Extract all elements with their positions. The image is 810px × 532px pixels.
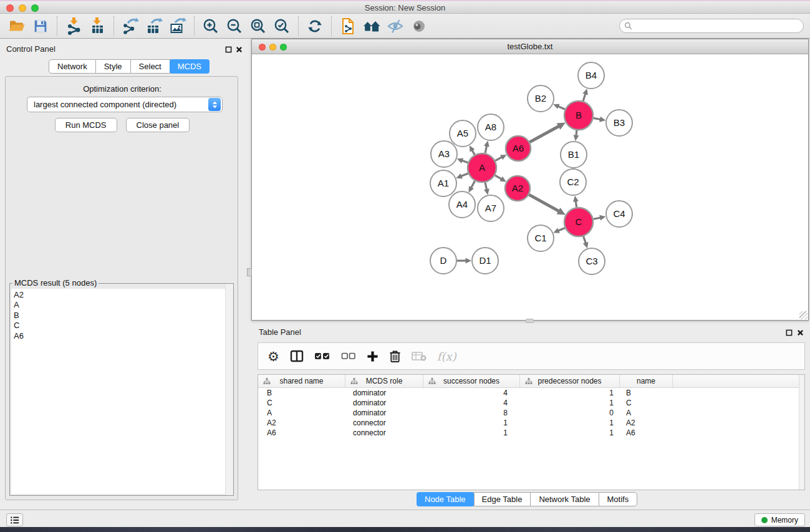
zoom-fit-button[interactable] <box>246 15 270 37</box>
search-icon <box>624 22 632 30</box>
hide-graphics-details-button[interactable] <box>383 15 407 37</box>
column-header-successor-nodes[interactable]: successor nodes <box>423 375 520 387</box>
mcds-result-item[interactable]: A6 <box>14 331 232 341</box>
edge-B-B1[interactable] <box>576 130 577 136</box>
table-panel-float-button[interactable] <box>785 329 793 336</box>
edge-A-A1[interactable] <box>461 173 468 177</box>
clear-all-checkboxes-button[interactable] <box>341 352 356 360</box>
edge-B-B2[interactable] <box>558 106 565 109</box>
splitter-handle[interactable] <box>247 268 252 276</box>
edge-A-A8[interactable] <box>485 146 487 153</box>
search-input[interactable] <box>635 21 803 32</box>
column-header-predecessor-nodes[interactable]: predecessor nodes <box>520 375 620 387</box>
export-image-button[interactable] <box>166 15 190 37</box>
hierarchy-icon <box>263 378 271 385</box>
control-panel-close-button[interactable] <box>235 46 243 53</box>
node-label-A1: A1 <box>438 178 449 188</box>
table-row[interactable]: A6connector11A6 <box>258 428 804 438</box>
window-titlebar[interactable]: Session: New Session <box>0 0 810 14</box>
edge-B-B4[interactable] <box>583 94 586 101</box>
show-columns-button[interactable] <box>290 349 304 363</box>
edge-C-C3[interactable] <box>584 236 586 243</box>
control-panel-float-button[interactable] <box>224 46 232 53</box>
import-table-button[interactable] <box>85 15 109 37</box>
result-scrollbar[interactable] <box>225 284 233 495</box>
dropdown-stepper-icon <box>208 98 221 111</box>
mcds-result-item[interactable]: C <box>14 321 232 331</box>
edge-C-C2[interactable] <box>576 201 576 207</box>
table-cell: A6 <box>620 428 673 437</box>
mcds-result-item[interactable]: A2 <box>14 290 232 300</box>
table-cell: 1 <box>520 399 620 407</box>
edge-A-A2[interactable] <box>495 175 502 179</box>
zoom-in-button[interactable] <box>199 15 223 37</box>
edge-A-A5[interactable] <box>472 150 475 155</box>
add-column-button[interactable] <box>367 351 378 362</box>
edge-A-A7[interactable] <box>485 182 487 190</box>
zoom-out-button[interactable] <box>223 15 246 37</box>
edge-B-B3[interactable] <box>594 118 600 119</box>
table-row[interactable]: Bdominator41B <box>258 388 804 398</box>
show-graphics-details-button[interactable] <box>407 15 431 37</box>
edge-A6-B[interactable] <box>529 126 559 142</box>
tab-motifs[interactable]: Motifs <box>599 493 637 506</box>
zoom-selected-icon <box>273 17 291 35</box>
edge-C-C4[interactable] <box>594 218 601 219</box>
list-icon <box>10 516 20 525</box>
delete-columns-button[interactable] <box>389 350 401 363</box>
mcds-result-item[interactable]: A <box>14 300 232 310</box>
network-from-file-button[interactable] <box>336 15 360 37</box>
task-history-button[interactable] <box>6 513 23 526</box>
import-network-icon <box>65 17 82 35</box>
node-label-A8: A8 <box>485 122 496 132</box>
edge-A2-C[interactable] <box>529 195 559 211</box>
tab-select[interactable]: Select <box>131 60 170 73</box>
mcds-result-item[interactable]: B <box>14 311 232 321</box>
zoom-fit-icon <box>249 17 267 35</box>
network-window-titlebar[interactable]: testGlobe.txt <box>252 39 808 54</box>
delete-table-button[interactable] <box>412 351 427 361</box>
table-scrollbar[interactable] <box>799 375 804 490</box>
table-cell: A6 <box>258 428 345 437</box>
tab-mcds[interactable]: MCDS <box>170 59 210 74</box>
edge-A-A6[interactable] <box>495 157 502 161</box>
table-cell: A <box>258 409 345 417</box>
export-table-button[interactable] <box>142 15 166 37</box>
tab-style[interactable]: Style <box>96 60 131 73</box>
refresh-button[interactable] <box>303 15 327 37</box>
edge-A-A3[interactable] <box>462 160 468 163</box>
table-row[interactable]: A2connector11A2 <box>258 418 804 428</box>
select-all-checkboxes-button[interactable] <box>314 352 330 360</box>
table-panel-close-button[interactable] <box>796 329 804 336</box>
splitter-handle[interactable] <box>526 319 534 323</box>
close-panel-button[interactable]: Close panel <box>126 118 190 132</box>
edge-C-C1[interactable] <box>558 228 565 231</box>
criterion-select[interactable]: largest connected component (directed) <box>27 97 223 112</box>
column-header-shared-name[interactable]: shared name <box>258 375 345 387</box>
zoom-out-icon <box>226 17 243 35</box>
import-network-button[interactable] <box>62 15 85 37</box>
function-builder-button[interactable]: f(x) <box>437 350 456 363</box>
memory-button[interactable]: Memory <box>755 513 805 526</box>
table-options-button[interactable]: ⚙ <box>268 350 279 363</box>
tab-edge-table[interactable]: Edge Table <box>474 493 531 506</box>
zoom-selected-button[interactable] <box>270 15 294 37</box>
criterion-selected-value: largest connected component (directed) <box>27 100 208 109</box>
column-header-name[interactable]: name <box>620 375 673 387</box>
tab-node-table[interactable]: Node Table <box>417 492 475 506</box>
column-header-MCDS-role[interactable]: MCDS role <box>345 375 423 387</box>
edge-A-A4[interactable] <box>471 181 475 188</box>
save-session-button[interactable] <box>29 15 52 37</box>
table-row[interactable]: Cdominator41C <box>258 398 804 408</box>
tab-network-table[interactable]: Network Table <box>531 493 599 506</box>
open-session-button[interactable] <box>5 15 29 37</box>
node-table: shared nameMCDS rolesuccessor nodesprede… <box>258 374 805 490</box>
window-resize-grip[interactable] <box>799 311 808 319</box>
home-button[interactable] <box>360 15 383 37</box>
tab-network[interactable]: Network <box>49 60 96 73</box>
network-canvas[interactable]: ABCA6A2A1A3A4A5A7A8B1B2B3B4C1C2C3C4DD1 <box>252 54 808 320</box>
node-table-body: Bdominator41BCdominator41CAdominator80AA… <box>258 388 804 438</box>
export-network-button[interactable] <box>118 15 142 37</box>
run-mcds-button[interactable]: Run MCDS <box>55 118 117 132</box>
table-row[interactable]: Adominator80A <box>258 408 804 418</box>
